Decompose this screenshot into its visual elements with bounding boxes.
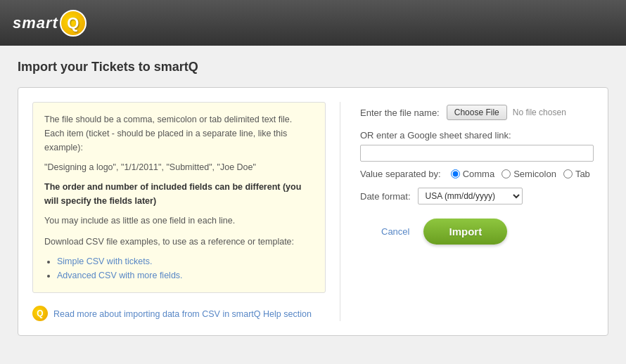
download-link-advanced[interactable]: Advanced CSV with more fields. <box>57 268 314 282</box>
value-separator-label: Value separated by: <box>360 169 441 179</box>
page-content: Import your Tickets to smartQ The file s… <box>0 46 626 364</box>
logo-text: smart <box>13 14 58 32</box>
separator-comma-radio[interactable] <box>451 169 460 178</box>
logo: smart Q <box>13 10 87 37</box>
download-section: Download CSV file examples, to use as a … <box>44 235 314 282</box>
info-line1: The file should be a comma, semicolon or… <box>44 112 314 155</box>
no-file-chosen-label: No file chosen <box>513 108 566 117</box>
separator-semicolon-label: Semicolon <box>513 169 556 179</box>
separator-tab-radio[interactable] <box>563 169 573 178</box>
help-link-text[interactable]: Read more about importing data from CSV … <box>53 308 312 319</box>
separator-comma-option[interactable]: Comma <box>451 169 495 179</box>
right-panel: Enter the file name: Choose File No file… <box>340 102 594 321</box>
choose-file-button[interactable]: Choose File <box>447 105 507 120</box>
separator-tab-label: Tab <box>575 169 590 179</box>
help-link-row: Q Read more about importing data from CS… <box>32 306 326 321</box>
download-link-simple[interactable]: Simple CSV with tickets. <box>57 254 314 268</box>
info-example: "Designing a logo", "1/1/2011", "Submitt… <box>44 160 314 174</box>
main-card: The file should be a comma, semicolon or… <box>18 87 608 336</box>
advanced-csv-link[interactable]: Advanced CSV with more fields. <box>57 271 183 280</box>
google-link-input[interactable] <box>360 145 594 162</box>
import-button[interactable]: Import <box>423 219 507 245</box>
header: smart Q <box>0 0 626 46</box>
separator-semicolon-option[interactable]: Semicolon <box>502 169 556 179</box>
value-separator-row: Value separated by: Comma Semicolon Tab <box>360 169 594 179</box>
page-title: Import your Tickets to smartQ <box>18 60 608 74</box>
google-link-section: OR enter a Google sheet shared link: <box>360 130 594 162</box>
google-link-label: OR enter a Google sheet shared link: <box>360 130 594 141</box>
file-input-row: Enter the file name: Choose File No file… <box>360 105 594 120</box>
file-label: Enter the file name: <box>360 108 440 118</box>
help-link[interactable]: Read more about importing data from CSV … <box>53 309 312 319</box>
download-label: Download CSV file examples, to use as a … <box>44 235 314 249</box>
help-q-icon: Q <box>32 306 48 321</box>
info-box: The file should be a comma, semicolon or… <box>32 102 326 293</box>
cancel-button[interactable]: Cancel <box>381 226 409 237</box>
info-note2: You may include as little as one field i… <box>44 214 314 228</box>
date-format-select[interactable]: USA (mm/dd/yyyy) Europe (dd/mm/yyyy) ISO… <box>418 188 523 204</box>
date-format-label: Date format: <box>360 191 411 202</box>
date-format-row: Date format: USA (mm/dd/yyyy) Europe (dd… <box>360 188 594 204</box>
info-bold-note: The order and number of included fields … <box>44 180 314 208</box>
simple-csv-link[interactable]: Simple CSV with tickets. <box>57 256 152 266</box>
download-links: Simple CSV with tickets. Advanced CSV wi… <box>57 254 314 282</box>
separator-comma-label: Comma <box>463 169 495 179</box>
separator-tab-option[interactable]: Tab <box>563 169 590 179</box>
separator-semicolon-radio[interactable] <box>502 169 511 178</box>
left-panel: The file should be a comma, semicolon or… <box>32 102 340 321</box>
logo-q-icon: Q <box>60 10 87 37</box>
action-row: Cancel Import <box>360 219 594 245</box>
